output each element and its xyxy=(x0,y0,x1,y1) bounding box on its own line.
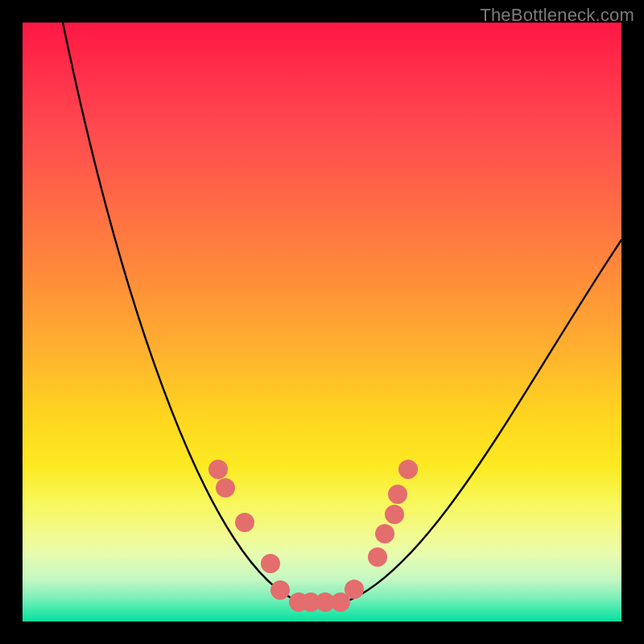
plot-area xyxy=(23,23,621,621)
data-marker xyxy=(398,460,418,479)
watermark-text: TheBottleneck.com xyxy=(480,5,634,26)
data-marker xyxy=(388,485,407,504)
data-marker xyxy=(261,554,280,573)
data-marker xyxy=(385,505,404,524)
data-marker xyxy=(235,513,254,532)
bottleneck-curve xyxy=(63,23,621,602)
data-marker xyxy=(270,580,290,600)
data-marker xyxy=(208,460,228,479)
data-marker xyxy=(216,478,235,497)
marker-layer xyxy=(208,460,418,612)
data-marker xyxy=(345,580,364,599)
chart-svg xyxy=(23,23,621,621)
chart-container: TheBottleneck.com xyxy=(0,0,644,644)
data-marker xyxy=(368,547,387,567)
data-marker xyxy=(375,524,394,543)
